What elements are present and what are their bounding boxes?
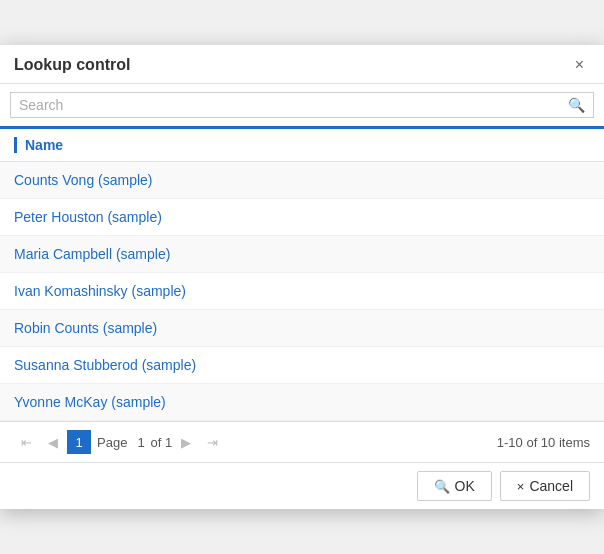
footer-area: 🔍 OK × Cancel (0, 462, 604, 509)
ok-icon: 🔍 (434, 479, 450, 494)
row-name: Maria Campbell (sample) (14, 246, 170, 262)
last-page-button[interactable]: ⇥ (200, 430, 225, 454)
dialog-header: Lookup control × (0, 45, 604, 84)
search-input[interactable] (19, 97, 568, 113)
table-row[interactable]: Yvonne McKay (sample) (0, 384, 604, 421)
page-label: Page (97, 435, 127, 450)
row-name: Yvonne McKay (sample) (14, 394, 166, 410)
row-name: Ivan Komashinsky (sample) (14, 283, 186, 299)
pagination-controls: ⇤ ◀ 1 Page 1 of 1 ▶ ⇥ (14, 430, 225, 454)
cancel-button[interactable]: × Cancel (500, 471, 590, 501)
next-page-button[interactable]: ▶ (174, 430, 198, 454)
prev-page-button[interactable]: ◀ (41, 430, 65, 454)
table-row[interactable]: Susanna Stubberod (sample) (0, 347, 604, 384)
ok-button[interactable]: 🔍 OK (417, 471, 492, 501)
search-icon: 🔍 (568, 97, 585, 113)
table-header: Name (0, 129, 604, 162)
pagination-area: ⇤ ◀ 1 Page 1 of 1 ▶ ⇥ 1-10 of 10 items (0, 421, 604, 462)
table-row[interactable]: Peter Houston (sample) (0, 199, 604, 236)
table-row[interactable]: Robin Counts (sample) (0, 310, 604, 347)
close-button[interactable]: × (569, 55, 590, 75)
cancel-label: Cancel (529, 478, 573, 494)
column-header-name: Name (14, 137, 63, 153)
dialog-title: Lookup control (14, 56, 130, 74)
row-name: Peter Houston (sample) (14, 209, 162, 225)
search-area: 🔍 (0, 84, 604, 129)
ok-label: OK (455, 478, 475, 494)
first-page-button[interactable]: ⇤ (14, 430, 39, 454)
search-container: 🔍 (10, 92, 594, 118)
table-row[interactable]: Maria Campbell (sample) (0, 236, 604, 273)
row-name: Robin Counts (sample) (14, 320, 157, 336)
row-name: Counts Vong (sample) (14, 172, 153, 188)
table-row[interactable]: Counts Vong (sample) (0, 162, 604, 199)
page-of: of 1 (151, 435, 173, 450)
page-1-button[interactable]: 1 (67, 430, 91, 454)
lookup-dialog: Lookup control × 🔍 Name Counts Vong (sam… (0, 45, 604, 509)
cancel-icon: × (517, 479, 525, 494)
page-current: 1 (137, 435, 144, 450)
table-row[interactable]: Ivan Komashinsky (sample) (0, 273, 604, 310)
row-name: Susanna Stubberod (sample) (14, 357, 196, 373)
table-area: Name Counts Vong (sample)Peter Houston (… (0, 129, 604, 421)
items-count: 1-10 of 10 items (497, 435, 590, 450)
table-body: Counts Vong (sample)Peter Houston (sampl… (0, 162, 604, 421)
